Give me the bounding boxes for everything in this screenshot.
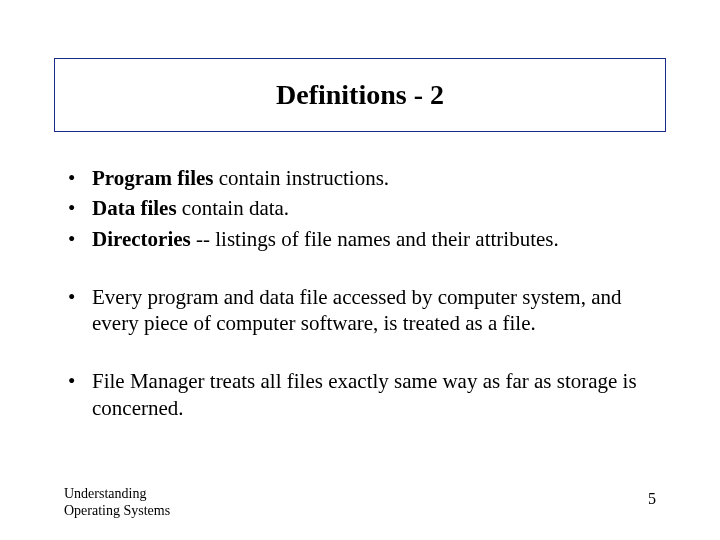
bullet-list: Program files contain instructions. Data… xyxy=(64,165,664,252)
bullet-text: -- listings of file names and their attr… xyxy=(191,227,559,251)
title-box: Definitions - 2 xyxy=(54,58,666,132)
slide: Definitions - 2 Program files contain in… xyxy=(0,0,720,540)
bullet-bold: Data files xyxy=(92,196,177,220)
bullet-text: contain data. xyxy=(177,196,290,220)
slide-title: Definitions - 2 xyxy=(276,79,444,111)
spacer xyxy=(64,340,664,368)
bullet-bold: Directories xyxy=(92,227,191,251)
spacer xyxy=(64,256,664,284)
bullet-list: Every program and data file accessed by … xyxy=(64,284,664,337)
page-number: 5 xyxy=(648,490,656,508)
list-item: Program files contain instructions. xyxy=(64,165,664,191)
list-item: Data files contain data. xyxy=(64,195,664,221)
footer-line: Understanding xyxy=(64,486,170,503)
list-item: Directories -- listings of file names an… xyxy=(64,226,664,252)
bullet-text: File Manager treats all files exactly sa… xyxy=(92,369,637,419)
footer-line: Operating Systems xyxy=(64,503,170,520)
bullet-list: File Manager treats all files exactly sa… xyxy=(64,368,664,421)
bullet-bold: Program files xyxy=(92,166,214,190)
bullet-text: Every program and data file accessed by … xyxy=(92,285,621,335)
footer-text: Understanding Operating Systems xyxy=(64,486,170,520)
slide-body: Program files contain instructions. Data… xyxy=(64,165,664,425)
list-item: File Manager treats all files exactly sa… xyxy=(64,368,664,421)
list-item: Every program and data file accessed by … xyxy=(64,284,664,337)
bullet-text: contain instructions. xyxy=(214,166,390,190)
